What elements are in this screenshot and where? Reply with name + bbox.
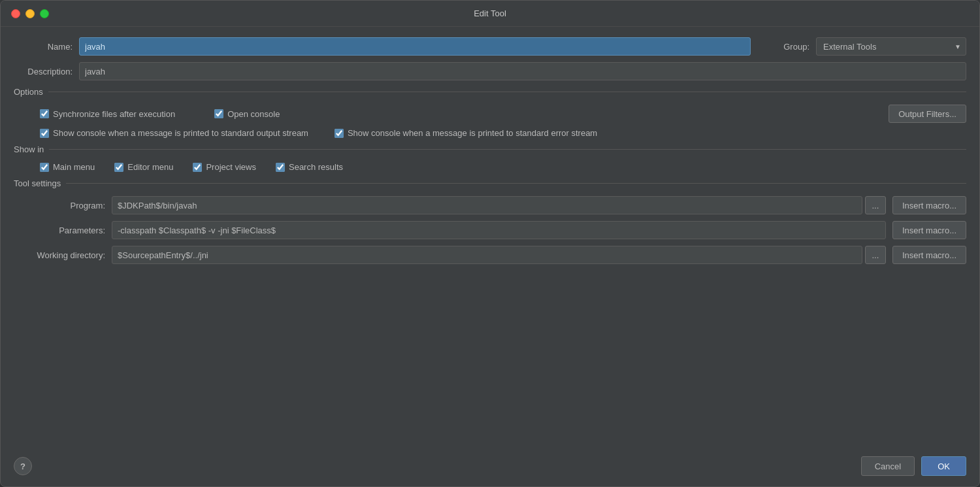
dialog-footer: ? Cancel OK: [1, 448, 979, 486]
program-input[interactable]: [112, 196, 862, 214]
tool-settings-grid: Program: ... Insert macro... Parameters:…: [14, 196, 966, 264]
program-label: Program:: [20, 201, 105, 210]
show-in-title: Show in: [14, 144, 966, 157]
edit-tool-dialog: Edit Tool Name: Group: External Tools Ot…: [0, 0, 980, 487]
program-input-wrapper: ...: [112, 196, 886, 214]
working-directory-input-wrapper: ...: [112, 246, 886, 264]
main-menu-label: Main menu: [53, 162, 95, 172]
dialog-body: Name: Group: External Tools Other Tools …: [1, 27, 979, 448]
description-row: Description:: [14, 62, 966, 80]
parameters-label: Parameters:: [20, 226, 105, 235]
main-menu-group: Main menu: [40, 162, 95, 172]
show-in-checkboxes: Main menu Editor menu Project views Sear…: [14, 162, 966, 172]
open-console-group: Open console: [214, 109, 280, 119]
open-console-label: Open console: [227, 109, 280, 119]
program-insert-macro-button[interactable]: Insert macro...: [892, 196, 966, 214]
description-input[interactable]: [79, 62, 966, 80]
group-select[interactable]: External Tools Other Tools: [816, 37, 966, 56]
maximize-button[interactable]: [40, 9, 49, 18]
program-dots-button[interactable]: ...: [865, 196, 886, 214]
main-menu-checkbox[interactable]: [40, 163, 49, 172]
group-select-wrapper: External Tools Other Tools ▼: [816, 37, 966, 56]
description-label: Description:: [14, 67, 73, 76]
options-row2: Show console when a message is printed t…: [14, 128, 966, 138]
show-console-error-label: Show console when a message is printed t…: [348, 128, 597, 138]
program-row: Program: ... Insert macro...: [20, 196, 966, 214]
options-row1-left: Synchronize files after execution Open c…: [40, 109, 280, 119]
parameters-insert-macro-button[interactable]: Insert macro...: [892, 221, 966, 239]
open-console-checkbox[interactable]: [214, 109, 223, 118]
footer-buttons: Cancel OK: [861, 456, 966, 476]
search-results-checkbox[interactable]: [276, 163, 285, 172]
parameters-input-wrapper: [112, 221, 886, 239]
editor-menu-checkbox[interactable]: [114, 163, 123, 172]
parameters-input[interactable]: [112, 221, 886, 239]
show-console-error-checkbox[interactable]: [335, 129, 344, 138]
show-console-output-checkbox[interactable]: [40, 129, 49, 138]
minimize-button[interactable]: [25, 9, 35, 18]
working-directory-label: Working directory:: [20, 250, 105, 260]
group-label: Group:: [783, 42, 809, 52]
show-console-output-group: Show console when a message is printed t…: [40, 128, 308, 138]
options-row1: Synchronize files after execution Open c…: [14, 105, 966, 123]
synchronize-group: Synchronize files after execution: [40, 109, 175, 119]
help-button[interactable]: ?: [14, 457, 32, 475]
project-views-label: Project views: [206, 162, 256, 172]
dialog-title: Edit Tool: [474, 8, 506, 18]
ok-button[interactable]: OK: [921, 456, 966, 476]
search-results-group: Search results: [276, 162, 343, 172]
synchronize-label: Synchronize files after execution: [53, 109, 175, 119]
working-directory-dots-button[interactable]: ...: [865, 246, 886, 264]
name-input[interactable]: [79, 37, 751, 56]
editor-menu-label: Editor menu: [127, 162, 173, 172]
tool-settings-section: Tool settings Program: ... Insert macro.…: [14, 178, 966, 264]
options-section: Options Synchronize files after executio…: [14, 87, 966, 138]
output-filters-button[interactable]: Output Filters...: [889, 105, 966, 123]
show-in-section: Show in Main menu Editor menu Project vi…: [14, 144, 966, 172]
name-label: Name:: [14, 42, 73, 52]
working-directory-row: Working directory: ... Insert macro...: [20, 246, 966, 264]
show-console-error-group: Show console when a message is printed t…: [335, 128, 597, 138]
project-views-group: Project views: [193, 162, 256, 172]
editor-menu-group: Editor menu: [114, 162, 173, 172]
name-group-row: Name: Group: External Tools Other Tools …: [14, 37, 966, 56]
parameters-row: Parameters: Insert macro...: [20, 221, 966, 239]
synchronize-checkbox[interactable]: [40, 109, 49, 118]
title-bar: Edit Tool: [1, 1, 979, 27]
cancel-button[interactable]: Cancel: [861, 456, 915, 476]
project-views-checkbox[interactable]: [193, 163, 202, 172]
tool-settings-title: Tool settings: [14, 178, 966, 191]
options-title: Options: [14, 87, 966, 99]
traffic-lights: [11, 9, 49, 18]
close-button[interactable]: [11, 9, 20, 18]
show-console-output-label: Show console when a message is printed t…: [53, 128, 308, 138]
search-results-label: Search results: [289, 162, 343, 172]
working-directory-insert-macro-button[interactable]: Insert macro...: [892, 246, 966, 264]
working-directory-input[interactable]: [112, 246, 862, 264]
